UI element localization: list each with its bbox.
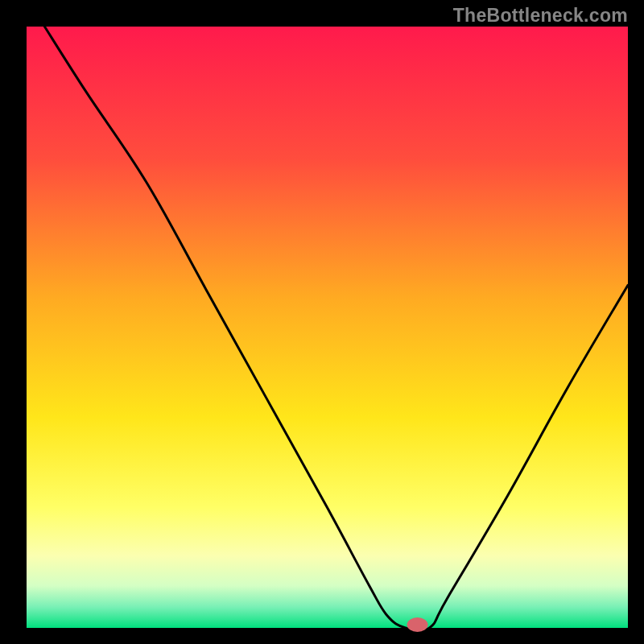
optimal-marker (407, 617, 428, 632)
plot-area (27, 27, 628, 628)
chart-container: TheBottleneck.com (0, 0, 644, 644)
watermark-text: TheBottleneck.com (453, 5, 628, 27)
bottleneck-chart (0, 0, 644, 644)
